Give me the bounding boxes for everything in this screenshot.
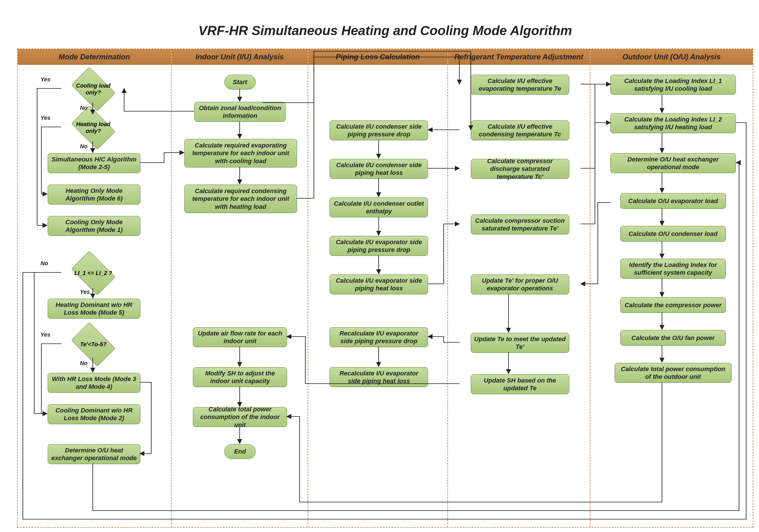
decision-te: Te'<To-5? <box>62 330 125 359</box>
node-p-evap-hl: Calculate I/U evaporator side piping hea… <box>330 274 428 294</box>
node-calc-req-evap: Calculate required evaporating temperatu… <box>184 139 297 168</box>
node-calc-req-cond: Calculate required condensing temperatur… <box>184 185 297 213</box>
label-yes: Yes <box>41 331 51 338</box>
node-mode34: With HR Loss Mode (Mode 3 and Mode 4) <box>48 373 140 393</box>
node-modify-sh: Modify SH to adjust the indoor unit capa… <box>193 367 287 387</box>
swimlanes: Mode Determination Cooling load only? He… <box>17 49 753 528</box>
decision-heating-only: Heating load only? <box>62 113 125 142</box>
node-r-te-prime: Calculate compressor suction saturated t… <box>471 214 569 235</box>
decision-cooling-only: Cooling load only? <box>62 75 125 103</box>
node-det-ou-hx: Determine O/U heat exchanger operational… <box>48 444 140 464</box>
node-p-cond-hl: Calculate I/U condenser side piping heat… <box>330 159 428 179</box>
node-p-cond-pd: Calculate I/U condenser side piping pres… <box>330 120 428 140</box>
node-r-upd-te: Update Te to meet the updated Te' <box>471 333 569 353</box>
node-o-det-hx: Determine O/U heat exchanger operational… <box>610 153 736 173</box>
node-update-airflow: Update air flow rate for each indoor uni… <box>193 327 287 347</box>
node-r-tc-prime: Calculate compressor discharge saturated… <box>471 159 569 179</box>
label-yes: Yes <box>41 76 51 83</box>
decision-li: LI_1 <= LI_2 ? <box>62 259 125 287</box>
diagram-title: VRF-HR Simultaneous Heating and Cooling … <box>6 23 759 38</box>
node-calc-total-iu: Calculate total power consumption of the… <box>193 407 287 427</box>
node-mode2: Cooling Dominant w/o HR Loss Mode (Mode … <box>48 404 140 424</box>
lane-header: Mode Determination <box>18 49 171 65</box>
lane-header: Refrigerant Temperature Adjustment <box>448 49 590 65</box>
lane-header: Piping Loss Calculation <box>308 49 447 65</box>
lane-indoor-unit: Indoor Unit (I/U) Analysis Start Obtain … <box>172 49 308 527</box>
label-no: No <box>80 360 88 366</box>
label-no: No <box>80 105 88 111</box>
lane-outdoor-unit: Outdoor Unit (O/U) Analysis Calculate th… <box>590 49 753 527</box>
node-simul-hc: Simultaneous H/C Algorithm (Mode 2-5) <box>48 153 140 173</box>
node-r-upd-sh: Update SH based on the updated Te <box>471 374 569 394</box>
node-heating-only-mode: Heating Only Mode Algorithm (Mode 6) <box>48 185 140 205</box>
node-o-comp-pwr: Calculate the compressor power <box>620 297 726 313</box>
node-end: End <box>224 444 256 459</box>
node-cooling-only-mode: Cooling Only Mode Algorithm (Mode 1) <box>48 216 140 236</box>
node-o-li-suff: Identify the Loading Index for sufficien… <box>620 259 726 279</box>
node-o-total-pwr: Calculate total power consumption of the… <box>615 363 732 383</box>
node-o-li1: Calculate the Loading Index LI_1 satisfy… <box>610 75 736 95</box>
lane-header: Indoor Unit (I/U) Analysis <box>172 49 307 65</box>
node-o-li2: Calculate the Loading Index LI_2 satisfy… <box>610 113 736 133</box>
node-r-upd-te-prime: Update Te' for proper O/U evaporator ope… <box>471 274 569 294</box>
label-yes: Yes <box>41 115 51 121</box>
label-no: No <box>41 260 48 267</box>
node-p-recalc-hl: Recalculate I/U evaporator side piping h… <box>330 367 428 387</box>
node-start: Start <box>224 75 256 90</box>
node-mode5: Heating Dominant w/o HR Loss Mode (Mode … <box>48 299 140 319</box>
node-p-evap-pd: Calculate I/U evaporator side piping pre… <box>330 236 428 256</box>
label-no: No <box>80 143 88 150</box>
node-p-cond-out-h: Calculate I/U condenser outlet enthalpy <box>330 197 428 217</box>
node-r-eff-te: Calculate I/U effective evaporating temp… <box>471 75 569 95</box>
node-obtain-zonal: Obtain zonal load/condition information <box>194 102 286 122</box>
lane-header: Outdoor Unit (O/U) Analysis <box>590 49 753 65</box>
node-r-eff-tc: Calculate I/U effective condensing tempe… <box>471 120 569 140</box>
node-o-fan-pwr: Calculate the O/U fan power <box>620 330 726 346</box>
lane-mode-determination: Mode Determination Cooling load only? He… <box>18 49 172 527</box>
lane-piping-loss: Piping Loss Calculation Calculate I/U co… <box>308 49 448 527</box>
node-p-recalc-pd: Recalculate I/U evaporator side piping p… <box>330 327 428 347</box>
lane-refrigerant-temp: Refrigerant Temperature Adjustment Calcu… <box>448 49 590 527</box>
node-o-cond-load: Calculate O/U condenser load <box>620 226 726 242</box>
label-yes: Yes <box>80 289 90 295</box>
node-o-evap-load: Calculate O/U evaporator load <box>620 193 726 209</box>
